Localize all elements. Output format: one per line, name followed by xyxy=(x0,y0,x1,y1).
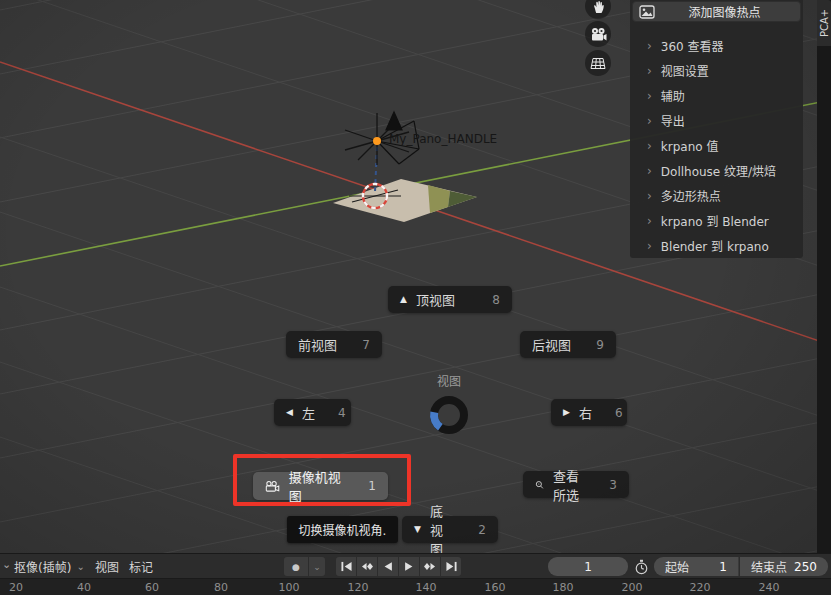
timeline-menu-marker[interactable]: 标记 xyxy=(129,558,153,575)
shortcut-key: 9 xyxy=(582,338,604,352)
play-button[interactable] xyxy=(399,557,419,576)
pie-item-label: 顶视图 xyxy=(416,290,455,309)
timeline-scrubber[interactable]: 20 40 60 80 100 120 140 160 180 200 220 … xyxy=(0,578,831,595)
pie-item-back-view[interactable]: 后视图 9 xyxy=(520,331,616,358)
pie-item-top-view[interactable]: ▲ 顶视图 8 xyxy=(388,286,512,313)
ortho-grid-gizmo-button[interactable] xyxy=(585,50,611,76)
pie-menu-title: 视图 xyxy=(437,372,461,389)
chevron-right-icon: › xyxy=(647,65,652,77)
pie-menu-direction-ring xyxy=(426,392,472,438)
panel-section-assist[interactable]: › 辅助 xyxy=(630,83,803,108)
timeline-menu-view[interactable]: 视图 xyxy=(95,558,119,575)
frame-end-label: 结束点 xyxy=(751,558,787,575)
camera-view-tooltip: 切换摄像机视角. xyxy=(287,516,398,543)
movie-camera-icon xyxy=(265,480,280,493)
grid-perspective-icon xyxy=(590,56,606,70)
chevron-right-icon: › xyxy=(647,115,652,127)
pie-item-label: 后视图 xyxy=(532,335,571,354)
chevron-down-icon: ⌄ xyxy=(2,558,11,571)
pie-item-camera-view[interactable]: 摄像机视图 1 xyxy=(253,472,388,500)
chevron-right-icon: › xyxy=(647,40,652,52)
stopwatch-icon xyxy=(634,559,649,575)
shortcut-key: 1 xyxy=(354,479,376,493)
panel-section-export[interactable]: › 导出 xyxy=(630,108,803,133)
panel-section-label: Blender 到 krpano xyxy=(661,237,769,254)
timeline-editor: ⌄ 抠像(插帧) ⌄ 视图 标记 ● ⌄ xyxy=(0,553,831,595)
triangle-up-icon: ▲ xyxy=(400,295,407,304)
pie-item-left-view[interactable]: ◀ 左 4 xyxy=(274,399,351,426)
editor-type-button[interactable]: ⌄ xyxy=(1,558,12,571)
ruler-tick: 20 xyxy=(9,581,23,594)
prev-keyframe-icon xyxy=(360,561,374,572)
panel-section-label: 360 查看器 xyxy=(661,37,724,54)
frame-start-value: 1 xyxy=(719,560,727,574)
timeline-header: ⌄ 抠像(插帧) ⌄ 视图 标记 ● ⌄ xyxy=(0,554,831,578)
frame-end-field[interactable]: 结束点 250 xyxy=(740,557,828,576)
play-icon xyxy=(403,561,415,572)
frame-start-field[interactable]: 起始 1 xyxy=(654,557,739,576)
pan-hand-icon xyxy=(591,0,606,14)
keying-mode-label: 抠像(插帧) xyxy=(14,558,71,575)
ruler-tick: 60 xyxy=(145,581,159,594)
auto-keying-dropdown[interactable]: ⌄ xyxy=(308,557,325,576)
panel-section-label: Dollhouse 纹理/烘焙 xyxy=(661,162,776,179)
panel-section-dollhouse[interactable]: › Dollhouse 纹理/烘焙 xyxy=(630,158,803,183)
chevron-right-icon: › xyxy=(647,190,652,202)
camera-view-gizmo-button[interactable] xyxy=(585,21,611,47)
pie-item-view-selected[interactable]: 查看所选 3 xyxy=(523,471,629,498)
pie-item-bottom-view[interactable]: ▼ 底视图 2 xyxy=(402,516,498,543)
shortcut-key: 7 xyxy=(348,338,370,352)
chevron-right-icon: › xyxy=(647,240,652,252)
shortcut-key: 4 xyxy=(324,406,346,420)
jump-end-icon xyxy=(445,561,458,572)
sidebar-tab-pca[interactable]: PCA+ xyxy=(817,0,831,46)
jump-to-start-button[interactable] xyxy=(336,557,356,576)
record-icon: ● xyxy=(292,562,300,572)
ruler-tick: 100 xyxy=(279,581,300,594)
panel-section-360-viewer[interactable]: › 360 查看器 xyxy=(630,33,803,58)
next-keyframe-button[interactable] xyxy=(420,557,440,576)
use-preview-range-button[interactable] xyxy=(632,557,651,576)
play-reverse-button[interactable] xyxy=(378,557,398,576)
sidebar-tab-strip: PCA+ xyxy=(817,0,831,553)
pie-item-label: 右 xyxy=(579,403,592,422)
pie-item-right-view[interactable]: ▶ 右 6 xyxy=(551,399,627,426)
panel-header-label: 添加图像热点 xyxy=(655,3,794,20)
ruler-tick: 120 xyxy=(348,581,369,594)
panel-section-krpano-values[interactable]: › krpano 值 xyxy=(630,133,803,158)
panel-section-label: krpano 值 xyxy=(661,137,719,154)
blender-window: My_Pano_HANDLE xyxy=(0,0,831,595)
current-frame-field[interactable]: 1 xyxy=(548,557,628,576)
chevron-right-icon: › xyxy=(647,165,652,177)
frame-start-label: 起始 xyxy=(665,558,689,575)
panel-section-krpano-to-blender[interactable]: › krpano 到 Blender xyxy=(630,208,803,233)
pano-plane xyxy=(333,179,477,222)
chevron-right-icon: › xyxy=(647,140,652,152)
panel-section-label: 导出 xyxy=(661,112,685,129)
panel-section-blender-to-krpano[interactable]: › Blender 到 krpano xyxy=(630,233,803,258)
shortcut-key: 3 xyxy=(595,478,617,492)
jump-to-end-button[interactable] xyxy=(441,557,461,576)
keying-mode-dropdown[interactable]: 抠像(插帧) ⌄ xyxy=(14,557,85,575)
next-keyframe-icon xyxy=(423,561,437,572)
panel-section-view-settings[interactable]: › 视图设置 xyxy=(630,58,803,83)
panel-section-list: › 360 查看器 › 视图设置 › 辅助 › 导出 › krpano 值 › … xyxy=(630,33,803,258)
pie-item-label: 查看所选 xyxy=(553,466,586,504)
triangle-right-icon: ▶ xyxy=(563,408,570,417)
sidebar-panel: 添加图像热点 › 360 查看器 › 视图设置 › 辅助 › 导出 › krpa… xyxy=(630,0,803,258)
pie-item-label: 摄像机视图 xyxy=(289,467,346,505)
ruler-tick: 40 xyxy=(77,581,91,594)
add-image-hotspot-button[interactable]: 添加图像热点 xyxy=(632,1,801,22)
previous-keyframe-button[interactable] xyxy=(357,557,377,576)
shortcut-key: 8 xyxy=(478,293,500,307)
auto-keying-record-button[interactable]: ● xyxy=(284,557,308,576)
ruler-tick: 240 xyxy=(759,581,780,594)
ruler-tick: 220 xyxy=(690,581,711,594)
triangle-left-icon: ◀ xyxy=(286,408,293,417)
ruler-tick: 180 xyxy=(553,581,574,594)
play-reverse-icon xyxy=(382,561,394,572)
shortcut-key: 6 xyxy=(601,406,623,420)
pie-item-front-view[interactable]: 前视图 7 xyxy=(286,331,382,358)
auto-keying-group: ● ⌄ xyxy=(284,557,325,576)
panel-section-polygon-hotspot[interactable]: › 多边形热点 xyxy=(630,183,803,208)
